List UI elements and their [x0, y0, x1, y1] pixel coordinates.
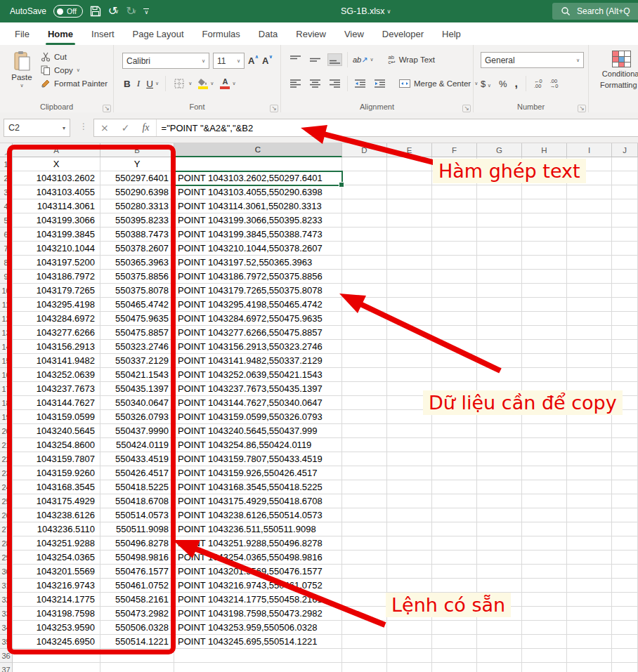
cell[interactable]: [342, 312, 387, 326]
column-header-d[interactable]: D: [342, 143, 387, 157]
cell[interactable]: [612, 438, 638, 452]
cell[interactable]: [522, 424, 567, 438]
cell[interactable]: [477, 242, 522, 256]
cell[interactable]: 1043201.5569: [13, 565, 100, 579]
cell[interactable]: [477, 326, 522, 340]
font-name-select[interactable]: Calibri∨: [122, 53, 209, 69]
cell[interactable]: 550475.8857: [100, 326, 174, 340]
column-header-h[interactable]: H: [522, 143, 567, 157]
cell[interactable]: [522, 340, 567, 354]
cell[interactable]: 1043252.0639: [13, 368, 100, 382]
search-box[interactable]: Search (Alt+Q: [552, 3, 638, 20]
cell[interactable]: 550498.9816: [100, 551, 174, 565]
cell[interactable]: [432, 565, 477, 579]
column-header-j[interactable]: J: [612, 143, 638, 157]
row-header[interactable]: 10: [0, 284, 13, 298]
cell[interactable]: [567, 298, 612, 312]
column-header-i[interactable]: I: [567, 143, 612, 157]
cell[interactable]: 1043179.7265: [13, 284, 100, 298]
cell[interactable]: [432, 438, 477, 452]
cell[interactable]: [342, 579, 387, 593]
cell[interactable]: 550514.0573: [100, 508, 174, 522]
column-header-a[interactable]: A: [13, 143, 100, 157]
cell[interactable]: 550290.6398: [100, 185, 174, 199]
cell[interactable]: [567, 424, 612, 438]
cell[interactable]: [387, 635, 432, 649]
column-header-e[interactable]: E: [387, 143, 432, 157]
row-header[interactable]: 4: [0, 199, 13, 213]
cell[interactable]: [567, 579, 612, 593]
cell[interactable]: [522, 466, 567, 480]
cell[interactable]: [477, 199, 522, 213]
cell[interactable]: POINT 1043175.4929,550418.6708: [174, 494, 342, 508]
select-all-corner[interactable]: [0, 143, 13, 157]
save-icon[interactable]: [90, 6, 101, 17]
cell[interactable]: 1043159.9260: [13, 466, 100, 480]
increase-font-size-button[interactable]: A∧: [248, 55, 259, 66]
row-header[interactable]: 16: [0, 368, 13, 382]
row-header[interactable]: 28: [0, 536, 13, 551]
cut-button[interactable]: Cut: [41, 52, 108, 62]
cell[interactable]: [567, 635, 612, 649]
cell[interactable]: [567, 228, 612, 242]
cell[interactable]: [477, 536, 522, 551]
cell[interactable]: [342, 424, 387, 438]
cell[interactable]: [612, 354, 638, 368]
orientation-button[interactable]: ab↗: [353, 55, 367, 65]
row-header[interactable]: 8: [0, 256, 13, 270]
cell[interactable]: 1043254.8600: [13, 438, 100, 452]
format-painter-button[interactable]: Format Painter: [41, 79, 108, 88]
cell[interactable]: [387, 565, 432, 579]
row-header[interactable]: 34: [0, 621, 13, 635]
borders-caret-icon[interactable]: ∨: [188, 81, 192, 86]
row-header[interactable]: 9: [0, 270, 13, 284]
cell[interactable]: [432, 242, 477, 256]
cell[interactable]: [522, 242, 567, 256]
cell[interactable]: [387, 452, 432, 466]
cell[interactable]: 1043254.0365: [13, 551, 100, 565]
cell[interactable]: [522, 298, 567, 312]
cell[interactable]: [342, 171, 387, 185]
cell[interactable]: POINT 1043277.6266,550475.8857: [174, 326, 342, 340]
cell[interactable]: [477, 649, 522, 663]
cell[interactable]: POINT 1043141.9482,550337.2129: [174, 354, 342, 368]
cell[interactable]: 1043238.6126: [13, 508, 100, 522]
cell[interactable]: 1043144.7627: [13, 396, 100, 410]
cell[interactable]: 550326.0793: [100, 410, 174, 424]
insert-function-icon[interactable]: fx: [136, 122, 155, 133]
cell[interactable]: [100, 649, 174, 663]
cell[interactable]: 550375.8856: [100, 270, 174, 284]
cell[interactable]: [612, 621, 638, 635]
cell[interactable]: [13, 649, 100, 663]
cell[interactable]: 550375.8078: [100, 284, 174, 298]
cell[interactable]: X: [13, 157, 100, 171]
row-header[interactable]: 18: [0, 396, 13, 410]
cell[interactable]: 550421.1543: [100, 368, 174, 382]
cell[interactable]: [522, 579, 567, 593]
cell[interactable]: 1043277.6266: [13, 326, 100, 340]
cell[interactable]: [387, 228, 432, 242]
cell[interactable]: POINT 1043198.7598,550473.2982: [174, 607, 342, 621]
cell[interactable]: [342, 326, 387, 340]
row-header[interactable]: 15: [0, 354, 13, 368]
cell[interactable]: POINT 1043214.1775,550458.2161: [174, 593, 342, 607]
row-header[interactable]: 23: [0, 466, 13, 480]
cell[interactable]: POINT 1043114.3061,550280.3313: [174, 199, 342, 213]
cell[interactable]: [342, 593, 387, 607]
cell[interactable]: [432, 199, 477, 213]
cell[interactable]: POINT 1043168.3545,550418.5225: [174, 480, 342, 494]
cell[interactable]: [567, 480, 612, 494]
cell[interactable]: [522, 199, 567, 213]
cell[interactable]: [612, 508, 638, 522]
cell[interactable]: [387, 256, 432, 270]
decrease-indent-button[interactable]: [353, 77, 367, 90]
fill-color-button[interactable]: [198, 79, 208, 89]
cell[interactable]: [432, 579, 477, 593]
cell[interactable]: [342, 649, 387, 663]
cell[interactable]: [342, 368, 387, 382]
cell[interactable]: [567, 452, 612, 466]
cell[interactable]: 550511.9098: [100, 522, 174, 536]
cell[interactable]: [612, 522, 638, 536]
cell[interactable]: 1043216.9743: [13, 579, 100, 593]
cancel-icon[interactable]: ×: [94, 122, 115, 133]
